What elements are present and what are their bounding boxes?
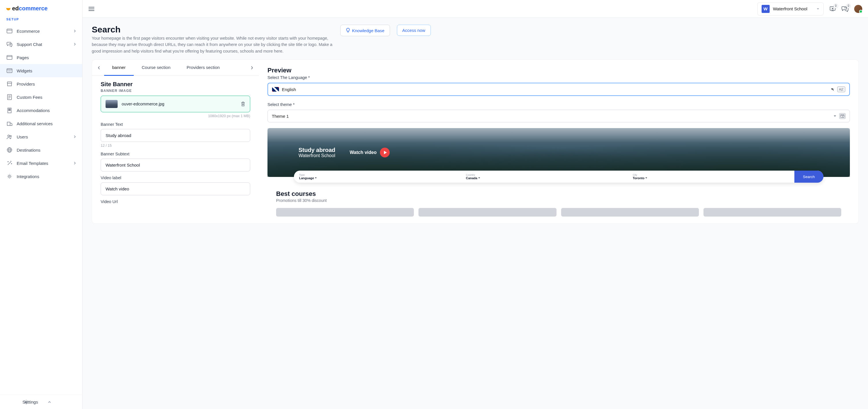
sidebar-item-integrations[interactable]: Integrations bbox=[0, 170, 82, 183]
logo-text-suffix: commerce bbox=[19, 5, 48, 11]
svg-rect-0 bbox=[7, 29, 12, 33]
logo[interactable]: edcommerce bbox=[0, 0, 82, 18]
sidebar-item-label: Providers bbox=[17, 81, 76, 87]
access-now-button[interactable]: Access now bbox=[397, 25, 431, 36]
sidebar-item-label: Integrations bbox=[17, 174, 76, 179]
best-courses-block: Best courses Promotions till 30% discoun… bbox=[268, 190, 850, 216]
settings-icon bbox=[23, 399, 29, 405]
course-card-placeholder[interactable] bbox=[704, 208, 841, 216]
pill-type[interactable]: Type Language bbox=[294, 171, 461, 183]
banner-text-input[interactable] bbox=[101, 129, 250, 142]
video-url-label: Video Url bbox=[101, 199, 250, 204]
sidebar-item-pages[interactable]: Pages bbox=[0, 51, 82, 64]
school-selector[interactable]: W Waterfront School bbox=[757, 2, 824, 15]
play-button[interactable] bbox=[380, 148, 390, 158]
tab-scroll-right[interactable] bbox=[247, 66, 257, 70]
sidebar: edcommerce SETUP Ecommerce Support Chat … bbox=[0, 0, 83, 409]
users-icon bbox=[6, 134, 13, 140]
hamburger-icon[interactable] bbox=[88, 7, 95, 11]
sidebar-item-users[interactable]: Users bbox=[0, 130, 82, 143]
page-title: Search bbox=[92, 25, 333, 34]
layout-tool-button[interactable] bbox=[839, 113, 845, 119]
messages-icon[interactable]: 0 bbox=[841, 6, 848, 12]
svg-rect-2 bbox=[7, 56, 12, 60]
svg-rect-14 bbox=[9, 110, 9, 110]
tab-label: Providers section bbox=[187, 65, 220, 70]
sidebar-item-label: Ecommerce bbox=[17, 29, 70, 34]
button-label: Search bbox=[803, 175, 815, 179]
tab-scroll-left[interactable] bbox=[94, 66, 104, 70]
main: W Waterfront School 0 0 Search Your home… bbox=[83, 0, 868, 409]
sidebar-item-email-templates[interactable]: Email Templates bbox=[0, 157, 82, 170]
page-icon bbox=[6, 54, 13, 61]
pill-label: Country bbox=[466, 174, 622, 176]
chevron-down-icon bbox=[816, 8, 819, 10]
svg-rect-15 bbox=[10, 110, 10, 110]
svg-text:</>: </> bbox=[8, 70, 11, 72]
pill-label: City bbox=[633, 174, 789, 176]
avatar[interactable] bbox=[854, 5, 862, 13]
pill-value: Canada bbox=[466, 176, 477, 180]
video-label-input[interactable] bbox=[101, 182, 250, 195]
sidebar-item-widgets[interactable]: </> Widgets bbox=[0, 64, 82, 77]
chevron-right-icon bbox=[74, 135, 76, 138]
theme-select[interactable]: Theme 1 bbox=[268, 110, 850, 122]
sidebar-item-label: Email Templates bbox=[17, 161, 70, 166]
sidebar-item-custom-fees[interactable]: Custom Fees bbox=[0, 91, 82, 104]
sidebar-settings[interactable]: Settings bbox=[0, 395, 82, 409]
tab-label: Course section bbox=[142, 65, 170, 70]
preview-banner-heading: Study abroad bbox=[299, 147, 335, 153]
tab-banner[interactable]: banner bbox=[104, 60, 134, 76]
file-name: ouver-edcommerce.jpg bbox=[122, 102, 237, 106]
school-name: Waterfront School bbox=[773, 6, 808, 11]
course-card-placeholder[interactable] bbox=[418, 208, 556, 216]
course-card-placeholder[interactable] bbox=[276, 208, 414, 216]
button-label: Access now bbox=[402, 28, 425, 33]
chevron-down-icon bbox=[834, 115, 836, 117]
sidebar-item-label: Support Chat bbox=[17, 42, 70, 47]
sidebar-item-accommodations[interactable]: Accommodations bbox=[0, 104, 82, 117]
pill-country[interactable]: Country Canada bbox=[461, 171, 627, 183]
sidebar-item-providers[interactable]: Providers bbox=[0, 77, 82, 91]
banner-image-file[interactable]: ouver-edcommerce.jpg bbox=[101, 96, 250, 112]
svg-point-18 bbox=[10, 136, 11, 137]
chevron-right-icon bbox=[74, 162, 76, 165]
sidebar-item-support-chat[interactable]: Support Chat bbox=[0, 38, 82, 51]
button-label: Knowledge Base bbox=[352, 28, 384, 33]
play-icon bbox=[384, 151, 387, 154]
preview-banner: Study abroad Waterfront School Watch vid… bbox=[268, 128, 850, 177]
section-heading: Site Banner bbox=[101, 81, 250, 88]
sidebar-item-additional-services[interactable]: Additional services bbox=[0, 117, 82, 130]
tab-course-section[interactable]: Course section bbox=[134, 60, 179, 76]
delete-file-button[interactable] bbox=[241, 101, 245, 107]
close-chat-icon[interactable]: 0 bbox=[830, 6, 836, 12]
preview-banner-subtext: Waterfront School bbox=[299, 153, 335, 158]
knowledge-base-button[interactable]: Knowledge Base bbox=[340, 25, 390, 36]
tabs-row: banner Course section Providers section bbox=[92, 60, 259, 76]
sidebar-item-destinations[interactable]: Destinations bbox=[0, 143, 82, 157]
sidebar-nav: Ecommerce Support Chat Pages </> Widgets… bbox=[0, 25, 82, 395]
school-badge: W bbox=[762, 5, 770, 13]
svg-rect-11 bbox=[8, 108, 11, 113]
pill-city[interactable]: City Toronto bbox=[627, 171, 794, 183]
svg-point-17 bbox=[8, 135, 9, 137]
pill-label: Type bbox=[299, 174, 456, 176]
sidebar-item-label: Destinations bbox=[17, 148, 76, 152]
store-icon bbox=[6, 81, 13, 87]
translate-tool-button[interactable]: A|Z bbox=[837, 87, 845, 92]
select-value: English bbox=[282, 87, 829, 92]
course-card-placeholder[interactable] bbox=[561, 208, 699, 216]
language-select[interactable]: English A|Z bbox=[268, 83, 850, 96]
pill-search-button[interactable]: Search bbox=[794, 171, 824, 183]
svg-point-22 bbox=[8, 162, 8, 162]
chevron-right-icon bbox=[74, 29, 76, 33]
sidebar-section-label: SETUP bbox=[0, 18, 82, 25]
sidebar-item-ecommerce[interactable]: Ecommerce bbox=[0, 25, 82, 38]
tab-providers-section[interactable]: Providers section bbox=[179, 60, 228, 76]
image-hint: 1080x1920 px (max 1 MB) bbox=[101, 114, 250, 118]
banner-subtext-input[interactable] bbox=[101, 159, 250, 171]
widgets-icon: </> bbox=[6, 68, 13, 74]
banner-text-counter: 12 / 15 bbox=[101, 144, 250, 148]
language-label: Select The Language * bbox=[268, 75, 850, 80]
sidebar-item-label: Pages bbox=[17, 55, 76, 60]
